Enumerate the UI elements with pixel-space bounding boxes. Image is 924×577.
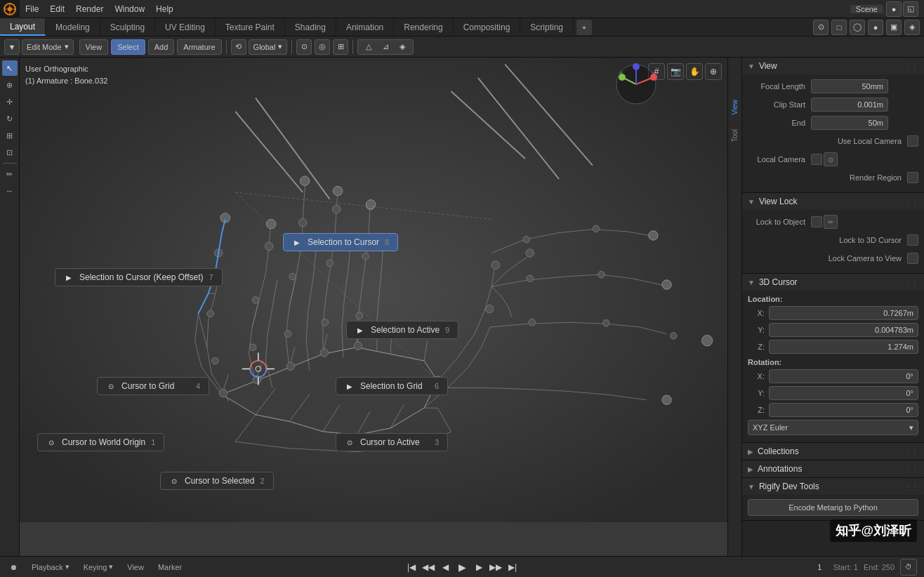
tool-move[interactable]: ✛ [2,94,18,110]
tool-rotate[interactable]: ↻ [2,111,18,126]
cursor-y-value[interactable]: 0.004783m [769,323,918,337]
playback-icon[interactable]: ⏺ [6,562,22,573]
tool-cursor[interactable]: ⊕ [2,77,18,93]
right-tool-view[interactable]: View [731,100,739,115]
angle-icon[interactable]: △ [361,39,376,55]
view-layer-icon[interactable]: ◱ [903,1,918,17]
overlay-hand-btn[interactable]: ✋ [686,63,703,80]
view-mode-icon1[interactable]: ⊙ [813,20,829,35]
right-tool-tool[interactable]: Tool [731,129,739,142]
tab-uv-editing[interactable]: UV Editing [155,18,216,36]
menu-edit[interactable]: Edit [44,0,70,18]
view-mode-icon4[interactable]: ● [868,20,883,35]
tool-measure[interactable]: ↔ [2,183,18,199]
snap-item-selection-to-cursor[interactable]: ▶ Selection to Cursor 8 [283,233,398,251]
view-mode-icon2[interactable]: □ [831,20,847,35]
snap-item-cursor-to-active[interactable]: ⊙ Cursor to Active 3 [336,433,448,451]
armature-button[interactable]: Armature [177,39,221,55]
snap-item-selection-to-active[interactable]: ▶ Selection to Active 9 [346,321,458,339]
use-local-camera-checkbox[interactable] [907,135,918,147]
tool-select[interactable]: ↖ [2,60,18,76]
local-camera-pick-icon[interactable]: ⊙ [824,152,838,166]
proportional-edit-icon[interactable]: ◎ [315,39,330,55]
tab-animation[interactable]: Animation [336,18,394,36]
lock-to-object-row: Lock to Object ✏ [748,214,918,230]
menu-render[interactable]: Render [70,0,109,18]
snap-magnet-icon[interactable]: ⊙ [296,39,312,55]
tab-scripting[interactable]: Scripting [520,18,574,36]
collections-header[interactable]: ▶ Collections ⋮⋮ [742,443,924,460]
cursor-x-value[interactable]: 0.7267m [769,306,918,320]
transform-dropdown[interactable]: Global ▾ [249,39,288,55]
object-mode-icon[interactable]: ▼ [4,39,20,55]
bottom-view-menu[interactable]: View [123,562,148,573]
jump-to-start-btn[interactable]: |◀ [404,560,418,574]
scene-type-icon[interactable]: ● [886,1,902,17]
view-button[interactable]: View [79,39,109,55]
mode-dropdown[interactable]: Edit Mode ▾ [22,39,74,55]
viewport[interactable]: User Orthographic (1) Armature : Bone.03… [20,58,727,556]
clip-start-value[interactable]: 0.001m [811,98,888,112]
view-mode-icon5[interactable]: ▣ [886,20,902,35]
lock-to-3d-cursor-checkbox[interactable] [907,234,918,246]
cursor-rz-value[interactable]: 0° [769,403,918,417]
view-section-header[interactable]: ▼ View ⋮⋮ [742,58,924,74]
focal-length-value[interactable]: 50mm [811,79,888,93]
tab-texture-paint[interactable]: Texture Paint [216,18,285,36]
next-frame-btn[interactable]: ▶ [472,560,486,574]
local-camera-picker[interactable] [811,154,822,165]
lock-object-icon[interactable]: ✏ [824,215,838,229]
vert-edge-face-icon[interactable]: ◈ [395,39,410,55]
menu-help[interactable]: Help [150,0,179,18]
annotations-header[interactable]: ▶ Annotations ⋮⋮ [742,460,924,477]
rigify-header[interactable]: ▼ Rigify Dev Tools ⋮⋮ [742,478,924,495]
snap-icon[interactable]: ⊞ [333,39,348,55]
add-button[interactable]: Add [148,39,175,55]
cursor-rx-value[interactable]: 0° [769,369,918,383]
add-workspace-button[interactable]: + [576,20,592,35]
tab-rendering[interactable]: Rendering [394,18,453,36]
view-mode-icon6[interactable]: ◈ [904,20,920,35]
menu-window[interactable]: Window [109,0,150,18]
next-keyframe-btn[interactable]: ▶▶ [489,560,503,574]
tab-layout[interactable]: Layout [0,18,46,36]
menu-file[interactable]: File [20,0,44,18]
slash-icon[interactable]: ⊿ [378,39,393,55]
play-btn[interactable]: ▶ [455,560,469,574]
cursor-z-value[interactable]: 1.274m [769,340,918,354]
lock-camera-to-view-checkbox[interactable] [907,253,918,264]
tab-sculpting[interactable]: Sculpting [100,18,155,36]
clip-end-value[interactable]: 50m [811,116,888,130]
view-lock-section-header[interactable]: ▼ View Lock ⋮⋮ [742,193,924,210]
tab-modeling[interactable]: Modeling [46,18,100,36]
select-button[interactable]: Select [111,39,145,55]
render-region-checkbox[interactable] [907,172,918,183]
lock-to-object-picker[interactable] [811,216,822,227]
overlay-zoom-btn[interactable]: ⊕ [705,63,722,80]
tab-compositing[interactable]: Compositing [454,18,521,36]
tool-scale[interactable]: ⊞ [2,128,18,143]
encode-metarig-button[interactable]: Encode Metarig to Python [748,499,918,516]
transform-icon[interactable]: ⟲ [231,39,246,55]
cursor-ry-value[interactable]: 0° [769,386,918,400]
view-mode-icon3[interactable]: ◯ [850,20,865,35]
marker-menu[interactable]: Marker [154,562,186,573]
scene-selector[interactable]: Scene [850,5,883,13]
euler-dropdown[interactable]: XYZ Euler ▾ [748,420,918,435]
overlay-camera-btn[interactable]: 📷 [667,63,684,80]
tab-shading[interactable]: Shading [285,18,336,36]
cursor-section-header[interactable]: ▼ 3D Cursor ⋮⋮ [742,274,924,291]
clock-icon[interactable]: ⏱ [900,559,917,576]
keying-menu[interactable]: Keying ▾ [79,561,118,573]
snap-item-keep-offset[interactable]: ▶ Selection to Cursor (Keep Offset) 7 [55,268,223,286]
prev-frame-btn[interactable]: ◀ [438,560,452,574]
playback-menu[interactable]: Playback ▾ [27,561,74,573]
snap-item-cursor-to-selected[interactable]: ⊙ Cursor to Selected 2 [160,472,274,490]
snap-item-selection-to-grid[interactable]: ▶ Selection to Grid 6 [336,377,448,395]
tool-annotate[interactable]: ✏ [2,166,18,182]
snap-item-cursor-to-world[interactable]: ⊙ Cursor to World Origin 1 [37,433,164,451]
tool-transform[interactable]: ⊡ [2,145,18,160]
prev-keyframe-btn[interactable]: ◀◀ [421,560,435,574]
jump-to-end-btn[interactable]: ▶| [506,560,520,574]
snap-item-cursor-to-grid[interactable]: ⊙ Cursor to Grid 4 [97,377,209,395]
